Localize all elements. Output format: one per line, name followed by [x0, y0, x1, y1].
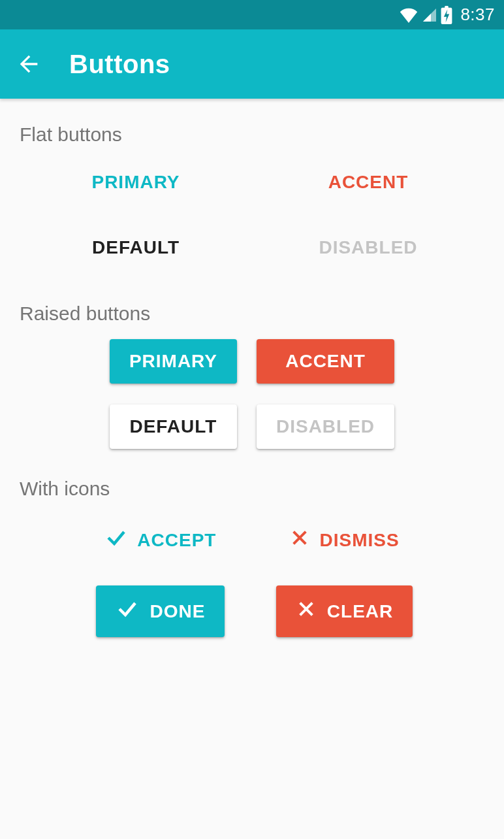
flat-disabled-button: DISABLED	[300, 225, 435, 270]
dismiss-button[interactable]: DISMISS	[271, 514, 417, 566]
app-bar: Buttons	[0, 29, 504, 99]
button-label: DONE	[150, 601, 205, 622]
raised-disabled-button: DISABLED	[257, 404, 394, 449]
content: Flat buttons PRIMARY ACCENT DEFAULT DISA…	[0, 99, 504, 637]
arrow-back-icon	[16, 51, 42, 77]
raised-buttons-grid: PRIMARY ACCENT DEFAULT DISABLED	[20, 339, 484, 449]
button-label: DEFAULT	[92, 237, 180, 258]
battery-charging-icon	[441, 6, 452, 24]
section-icons-title: With icons	[20, 478, 484, 500]
raised-default-button[interactable]: DEFAULT	[110, 404, 237, 449]
check-icon	[116, 597, 139, 625]
android-status-bar: 8:37	[0, 0, 504, 29]
section-flat-title: Flat buttons	[20, 123, 484, 146]
button-label: PRIMARY	[91, 172, 180, 193]
flat-accent-button[interactable]: ACCENT	[310, 160, 427, 205]
clear-button[interactable]: CLEAR	[276, 585, 413, 637]
button-label: DISMISS	[319, 530, 399, 551]
check-icon	[104, 526, 128, 554]
button-label: DISABLED	[319, 237, 417, 258]
button-label: DISABLED	[276, 416, 375, 437]
button-label: CLEAR	[327, 601, 393, 622]
flat-buttons-grid: PRIMARY ACCENT DEFAULT DISABLED	[20, 160, 484, 270]
done-button[interactable]: DONE	[96, 585, 225, 637]
page-title: Buttons	[69, 50, 170, 79]
icon-buttons-grid: ACCEPT DISMISS DONE CLEAR	[20, 514, 484, 637]
cell-signal-icon	[421, 7, 438, 23]
button-label: ACCENT	[328, 172, 409, 193]
raised-accent-button[interactable]: ACCENT	[257, 339, 394, 384]
button-label: ACCENT	[285, 351, 366, 372]
close-icon	[296, 599, 317, 624]
svg-rect-1	[445, 6, 449, 8]
status-time: 8:37	[460, 5, 495, 25]
button-label: DEFAULT	[129, 416, 217, 437]
wifi-icon	[399, 7, 418, 23]
button-label: ACCEPT	[137, 530, 216, 551]
back-button[interactable]	[16, 51, 42, 77]
section-raised-title: Raised buttons	[20, 303, 484, 325]
accept-button[interactable]: ACCEPT	[86, 514, 234, 566]
close-icon	[289, 527, 310, 553]
flat-primary-button[interactable]: PRIMARY	[73, 160, 198, 205]
flat-default-button[interactable]: DEFAULT	[74, 225, 198, 270]
button-label: PRIMARY	[129, 351, 217, 372]
raised-primary-button[interactable]: PRIMARY	[110, 339, 237, 384]
